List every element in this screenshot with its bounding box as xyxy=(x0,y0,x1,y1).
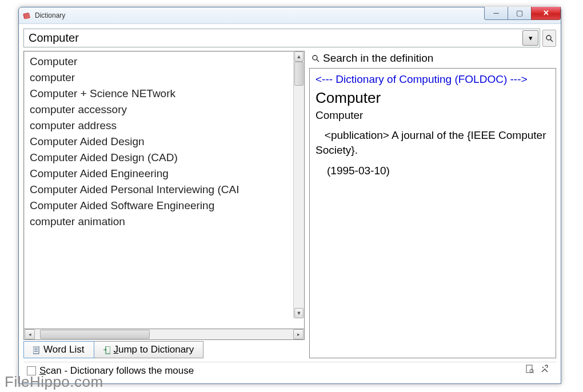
window-title: Dictionary xyxy=(35,11,65,19)
chevron-down-icon: ▾ xyxy=(529,34,533,42)
hscrollbar-thumb[interactable] xyxy=(40,330,150,339)
search-icon xyxy=(545,34,553,42)
list-item[interactable]: Computer xyxy=(24,54,294,70)
search-dropdown-button[interactable]: ▾ xyxy=(522,30,538,46)
svg-line-3 xyxy=(550,39,553,42)
search-button[interactable] xyxy=(542,30,556,47)
dictionary-window: Dictionary ─ ▢ ✕ ▾ ComputercomputerCompu… xyxy=(18,7,561,384)
tab-jump-to-dictionary[interactable]: Jump to Dictionary xyxy=(94,341,204,358)
search-in-definition[interactable]: Search in the definition xyxy=(309,51,556,66)
definition-headword: Computer xyxy=(316,88,550,108)
definition-body: <publication> A journal of the {IEEE Com… xyxy=(316,128,550,157)
definition-date: (1995-03-10) xyxy=(327,163,550,178)
app-icon xyxy=(22,11,31,20)
list-item[interactable]: Computer Aided Design xyxy=(24,134,294,150)
page-icon[interactable] xyxy=(525,365,534,377)
vertical-scrollbar[interactable]: ▲ ▼ xyxy=(293,51,304,318)
titlebar[interactable]: Dictionary ─ ▢ ✕ xyxy=(19,7,561,24)
scroll-left-button[interactable]: ◂ xyxy=(25,329,35,339)
jump-icon xyxy=(103,346,110,354)
list-item[interactable]: computer accessory xyxy=(24,102,294,118)
tab-word-list[interactable]: Word List xyxy=(23,341,94,358)
list-item[interactable]: Computer Aided Design (CAD) xyxy=(24,150,294,166)
tab-label: Jump to Dictionary xyxy=(114,344,194,355)
watermark: FileHippo.com xyxy=(5,373,103,391)
svg-rect-11 xyxy=(526,365,532,373)
status-bar: Scan - Dictionary follows the mouse xyxy=(23,362,556,379)
tab-label: Word List xyxy=(43,344,85,355)
scroll-up-button[interactable]: ▲ xyxy=(294,51,304,62)
list-icon xyxy=(33,346,40,354)
tools-icon[interactable] xyxy=(540,365,549,377)
list-item[interactable]: computer xyxy=(24,70,294,86)
close-button[interactable]: ✕ xyxy=(531,7,561,20)
scroll-down-button[interactable]: ▼ xyxy=(294,308,304,318)
definition-source: <--- Dictionary of Computing (FOLDOC) --… xyxy=(316,72,550,87)
svg-line-10 xyxy=(317,59,319,62)
horizontal-scrollbar[interactable]: ◂ ▸ xyxy=(23,329,305,340)
list-item[interactable]: computer address xyxy=(24,118,294,134)
search-input[interactable] xyxy=(24,29,521,47)
minimize-button[interactable]: ─ xyxy=(484,7,508,20)
word-list[interactable]: ComputercomputerComputer + Science NETwo… xyxy=(23,51,305,329)
svg-line-13 xyxy=(533,372,534,373)
list-item[interactable]: Computer + Science NETwork xyxy=(24,86,294,102)
definition-panel: <--- Dictionary of Computing (FOLDOC) --… xyxy=(309,68,556,358)
scroll-right-button[interactable]: ▸ xyxy=(293,329,304,339)
scrollbar-thumb[interactable] xyxy=(294,62,304,86)
maximize-button[interactable]: ▢ xyxy=(508,7,532,20)
list-item[interactable]: Computer Aided Engineering xyxy=(24,166,294,182)
search-icon xyxy=(312,54,320,62)
svg-point-9 xyxy=(313,55,317,60)
list-item[interactable]: Computer Aided Personal Interviewing (CA… xyxy=(24,182,294,198)
svg-point-2 xyxy=(546,35,551,40)
list-item[interactable]: computer animation xyxy=(24,214,294,230)
list-item[interactable]: Computer Aided Software Engineering xyxy=(24,198,294,214)
search-definition-label: Search in the definition xyxy=(323,52,433,65)
definition-subword: Computer xyxy=(316,108,550,123)
